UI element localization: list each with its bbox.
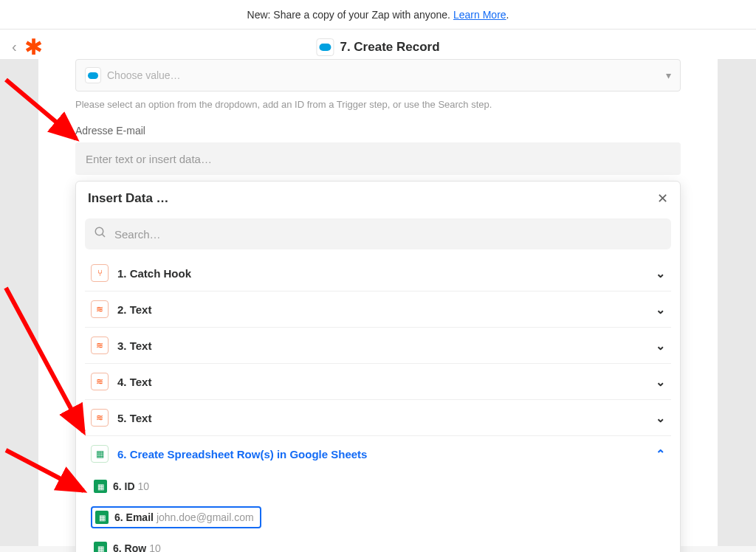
data-field-option[interactable]: ▦6. Row 10 <box>85 534 671 552</box>
data-field-key: 6. Row <box>113 542 146 552</box>
salesforce-icon <box>85 67 101 83</box>
data-field-key: 6. ID <box>113 480 135 492</box>
popup-title: Insert Data … <box>88 191 169 206</box>
popup-search[interactable] <box>85 218 671 249</box>
zapier-step-icon: ≋ <box>91 300 109 318</box>
step-label: 5. Text <box>117 412 151 424</box>
announcement-bar: New: Share a copy of your Zap with anyon… <box>0 0 756 30</box>
back-button[interactable]: ‹ <box>12 38 17 55</box>
chevron-down-icon: ⌄ <box>656 411 665 425</box>
data-field-option[interactable]: ▦6. Email john.doe@gmail.com <box>85 501 671 534</box>
step-label: 2. Text <box>117 303 151 316</box>
svg-point-0 <box>95 227 103 235</box>
step-row-4[interactable]: ≋4. Text⌄ <box>85 364 671 400</box>
chevron-down-icon: ⌄ <box>656 266 665 280</box>
chevron-down-icon: ⌄ <box>656 339 665 353</box>
step-row-3[interactable]: ≋3. Text⌄ <box>85 328 671 364</box>
step-label: 1. Catch Hook <box>117 267 191 280</box>
data-field-value: john.doe@gmail.com <box>157 511 254 523</box>
step-row-2[interactable]: ≋2. Text⌄ <box>85 291 671 328</box>
salesforce-icon <box>316 38 334 56</box>
step-label: 3. Text <box>117 339 151 352</box>
data-field-value: 10 <box>149 542 161 552</box>
step-row-1[interactable]: ⑂1. Catch Hook⌄ <box>85 255 671 291</box>
zapier-step-icon: ⑂ <box>91 264 109 282</box>
field-label-email: Adresse E-mail <box>75 125 681 137</box>
sheets-icon: ▦ <box>94 542 107 552</box>
zapier-logo-icon <box>24 38 44 57</box>
help-text: Please select an option from the dropdow… <box>75 99 681 110</box>
chevron-up-icon: ⌃ <box>656 447 665 461</box>
zapier-step-icon: ≋ <box>91 337 109 354</box>
zapier-step-icon: ≋ <box>91 409 109 427</box>
step-label: 6. Create Spreadsheet Row(s) in Google S… <box>117 448 367 460</box>
data-field-key: 6. Email <box>114 511 154 523</box>
announcement-period: . <box>506 9 509 21</box>
object-dropdown[interactable]: Choose value… ▾ <box>75 59 681 92</box>
data-field-value: 10 <box>138 480 150 492</box>
dropdown-placeholder: Choose value… <box>107 69 181 81</box>
step-row-5[interactable]: ≋5. Text⌄ <box>85 400 671 436</box>
chevron-down-icon: ⌄ <box>656 303 665 317</box>
close-icon[interactable]: ✕ <box>657 190 668 207</box>
sheets-icon: ▦ <box>91 445 109 463</box>
insert-data-popup: Insert Data … ✕ ⑂1. Catch Hook⌄≋2. Text⌄… <box>75 181 681 552</box>
step-label: 4. Text <box>117 376 151 388</box>
chevron-down-icon: ▾ <box>666 69 671 81</box>
sheets-icon: ▦ <box>95 511 109 524</box>
header-title-wrap: 7. Create Record <box>316 38 439 56</box>
email-input[interactable]: Enter text or insert data… <box>75 142 681 175</box>
data-field-option[interactable]: ▦6. ID 10 <box>85 472 671 501</box>
announcement-link[interactable]: Learn More <box>453 9 506 21</box>
step-row-6[interactable]: ▦6. Create Spreadsheet Row(s) in Google … <box>85 436 671 472</box>
announcement-text: New: Share a copy of your Zap with anyon… <box>247 9 450 21</box>
email-input-placeholder: Enter text or insert data… <box>86 153 212 165</box>
search-icon <box>94 226 107 242</box>
popup-search-input[interactable] <box>114 228 662 241</box>
zapier-step-icon: ≋ <box>91 373 109 390</box>
sheets-icon: ▦ <box>94 480 107 493</box>
chevron-down-icon: ⌄ <box>656 375 665 389</box>
svg-line-1 <box>102 234 105 237</box>
header-title: 7. Create Record <box>340 40 439 55</box>
